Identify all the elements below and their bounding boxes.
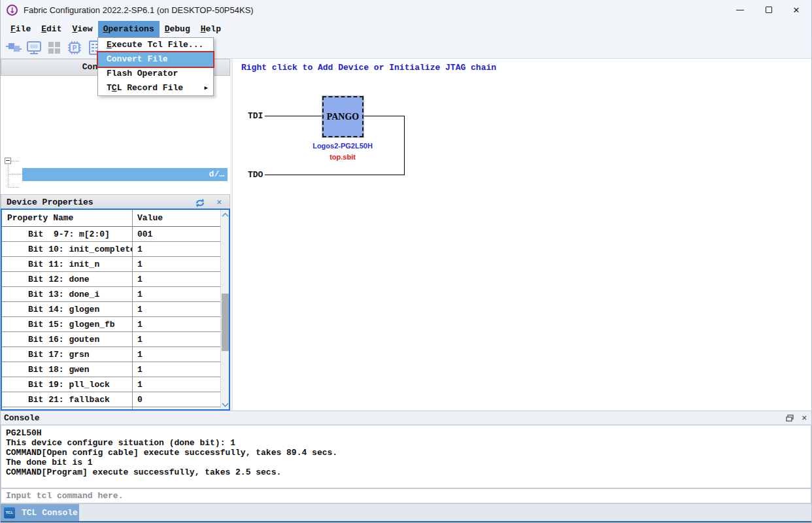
titlebar: ↓ Fabric Configuration 2022.2-SP6.1 (on …	[0, 0, 812, 21]
tcl-command-input[interactable]	[1, 489, 811, 503]
tree-item-boundary-scan[interactable]: Boundary Scan	[18, 155, 127, 168]
tree-item-path-ellipsis: d/…	[209, 168, 224, 181]
jtag-chain-canvas[interactable]: Right click to Add Device or Initialize …	[232, 59, 811, 411]
console-output[interactable]: PG2L50H This device configure situation …	[1, 425, 811, 488]
device-out-wire	[364, 116, 405, 116]
scroll-down-icon[interactable]	[221, 400, 229, 409]
scroll-up-icon[interactable]	[221, 210, 229, 219]
pango-device-node[interactable]: PANGO	[322, 96, 364, 137]
tree-item-spi-flash[interactable]: SPI Flash Configuration	[18, 181, 178, 194]
table-row[interactable]: Bit 17: grsn1	[2, 347, 220, 362]
table-row[interactable]: Bit 21: fallback0	[2, 392, 220, 407]
table-row[interactable]: Bit 13: done_i1	[2, 287, 220, 302]
console-line: COMMAND[Open config cable] execute succe…	[6, 448, 811, 458]
tdi-label: TDI	[248, 111, 263, 121]
tree-collapse-toggle[interactable]	[5, 158, 11, 164]
console-panel: Console ✕ PG2L50H This device configure …	[0, 411, 812, 503]
vertical-scrollbar	[220, 210, 229, 409]
menu-item-execute-tcl-file[interactable]: Execute Tcl File...	[98, 38, 213, 52]
scrollbar-thumb[interactable]	[222, 294, 229, 351]
pango-device-label: PANGO	[327, 112, 360, 122]
menu-edit[interactable]: Edit	[36, 21, 67, 37]
configuration-panel: Configuration Boundary Scan P top.sbit(D…	[1, 59, 230, 411]
table-row[interactable]: Bit 9-7: m[2:0]001	[2, 227, 220, 242]
close-button[interactable]: ✕	[782, 0, 811, 21]
table-row[interactable]: Bit 16: gouten1	[2, 332, 220, 347]
grid-icon[interactable]	[44, 39, 64, 56]
table-header-row: Property Name Value	[2, 210, 220, 227]
table-row[interactable]: Bit 15: glogen_fb1	[2, 317, 220, 332]
menu-operations[interactable]: Operations	[98, 21, 160, 37]
table-row[interactable]: Bit 10: init_complete1	[2, 242, 220, 257]
device-bitstream-file: top.sbit	[297, 153, 388, 161]
device-part-number: Logos2-PG2L50H	[297, 142, 388, 150]
menu-file[interactable]: File	[5, 21, 36, 37]
device-properties-table: Property Name Value Bit 9-7: m[2:0]001 B…	[1, 209, 230, 411]
menu-item-tcl-record-file[interactable]: TCL Record File▶	[98, 81, 213, 95]
menu-item-convert-file[interactable]: Convert File	[98, 52, 213, 67]
console-title: Console	[4, 411, 40, 425]
tree-connector	[8, 163, 8, 188]
minimize-icon	[736, 10, 744, 10]
bottom-tab-bar: TCL TCL Console	[0, 503, 812, 521]
refresh-icon[interactable]	[194, 198, 206, 208]
menu-bar: File Edit View Operations Debug Help	[0, 21, 812, 37]
monitor-icon[interactable]	[24, 39, 44, 56]
submenu-arrow-icon: ▶	[205, 81, 208, 95]
tab-tcl-console[interactable]: TCL TCL Console	[0, 504, 79, 522]
console-line: PG2L50H	[6, 428, 811, 438]
column-header-value: Value	[133, 210, 220, 227]
jtag-hint-text: Right click to Add Device or Initialize …	[241, 63, 496, 73]
console-line: This device configure situation (done bi…	[6, 438, 811, 448]
tcl-tab-label: TCL Console	[22, 504, 78, 522]
minimize-button[interactable]	[726, 0, 754, 21]
maximize-button[interactable]	[754, 0, 783, 21]
menu-help[interactable]: Help	[195, 21, 226, 37]
table-row[interactable]: Bit 18: gwen1	[2, 362, 220, 377]
chip-program-icon[interactable]: P	[65, 39, 84, 56]
console-header: Console ✕	[0, 411, 812, 425]
table-row[interactable]: Bit 11: init_n1	[2, 257, 220, 272]
table-row[interactable]: Bit 12: done1	[2, 272, 220, 287]
menu-view[interactable]: View	[67, 21, 97, 37]
svg-text:P: P	[73, 44, 77, 52]
table-row[interactable]: Bit 19: pll_lock1	[2, 377, 220, 392]
console-line: COMMAND[Program] execute successfully, t…	[6, 467, 811, 477]
maximize-icon	[766, 7, 772, 13]
tdi-wire	[265, 116, 322, 116]
menu-item-flash-operator[interactable]: Flash Operator	[98, 67, 213, 81]
app-logo-icon: ↓	[7, 5, 18, 16]
window-title: Fabric Configuration 2022.2-SP6.1 (on DE…	[24, 5, 254, 15]
tdo-label: TDO	[248, 170, 263, 180]
tdo-wire	[265, 175, 405, 175]
menu-debug[interactable]: Debug	[160, 21, 195, 37]
jtag-chain-icon[interactable]	[4, 39, 24, 56]
table-row[interactable]: Bit 14: glogen1	[2, 302, 220, 317]
tcl-icon: TCL	[4, 507, 15, 518]
console-close-icon[interactable]: ✕	[802, 411, 807, 425]
operations-dropdown-menu: Execute Tcl File... Convert File Flash O…	[97, 37, 214, 96]
column-header-property-name: Property Name	[2, 210, 133, 227]
tcl-input-row	[1, 488, 811, 503]
tree-item-top-sbit[interactable]: P top.sbit(D: d/…	[22, 168, 228, 181]
float-panel-icon[interactable]	[786, 414, 794, 422]
return-wire	[404, 116, 405, 175]
console-line: The done bit is 1	[6, 458, 811, 467]
